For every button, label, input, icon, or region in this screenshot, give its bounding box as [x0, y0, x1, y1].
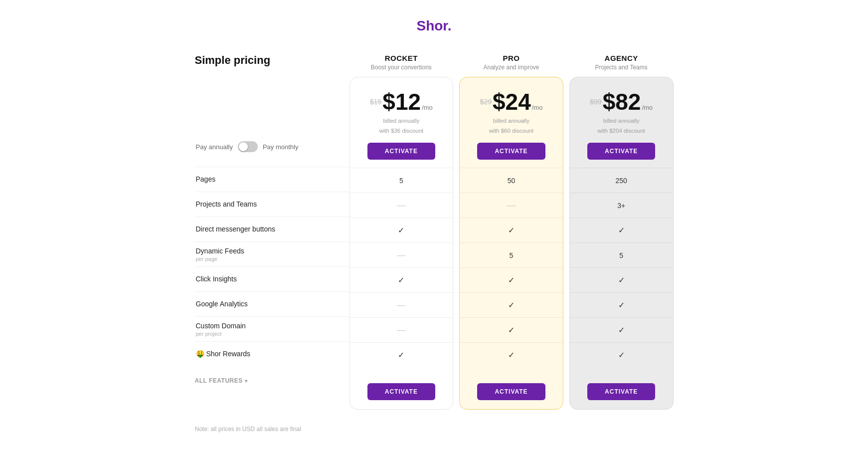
feature-cell-rocket-6: —	[350, 317, 453, 342]
per-mo-rocket: /mo	[422, 104, 433, 111]
feature-label-row-7: 🤑 Shor Rewards	[195, 341, 349, 366]
check-icon: ✓	[508, 275, 515, 285]
toggle-area: Pay annually Pay monthly	[195, 77, 349, 167]
check-icon: ✓	[398, 275, 404, 285]
feature-labels: PagesProjects and TeamsDirect messenger …	[195, 167, 349, 366]
activate-bottom-button-rocket[interactable]: ACTIVATE	[367, 383, 436, 400]
billed-info-agency: billed annually with $204 discount	[579, 116, 664, 136]
new-price-agency: $82	[603, 90, 641, 113]
check-icon: ✓	[508, 226, 515, 235]
feature-label-row-5: Google Analytics	[195, 291, 349, 316]
feature-cell-pro-5: ✓	[460, 292, 563, 317]
app-title: Shor.	[416, 18, 451, 34]
agency-features: 2503+✓5✓✓✓✓	[570, 168, 673, 367]
feature-label-6: Custom Domainper project	[196, 321, 246, 336]
all-features-button[interactable]: ALL FEATURES ▾	[195, 377, 248, 384]
feature-cell-pro-7: ✓	[460, 342, 563, 367]
plan-top-agency: $99 $82 /mo billed annually with $204 di…	[570, 77, 673, 168]
plan-columns: $15 $12 /mo billed annually with $36 dis…	[349, 77, 674, 410]
activate-button-pro[interactable]: ACTIVATE	[477, 143, 545, 160]
plan-name-pro: PRO	[459, 54, 563, 62]
feature-label-row-0: Pages	[195, 167, 349, 192]
check-icon: ✓	[508, 350, 515, 360]
feature-cell-agency-4: ✓	[570, 267, 673, 292]
empty-cell: —	[507, 200, 516, 211]
pay-monthly-label: Pay monthly	[263, 143, 299, 151]
plan-column-rocket: $15 $12 /mo billed annually with $36 dis…	[349, 77, 454, 410]
check-icon: ✓	[618, 275, 625, 285]
plan-bottom-rocket: ACTIVATE	[350, 367, 453, 409]
activate-bottom-button-pro[interactable]: ACTIVATE	[477, 383, 545, 400]
empty-cell: —	[397, 200, 406, 211]
feature-cell-rocket-7: ✓	[350, 342, 453, 367]
check-icon: ✓	[618, 300, 625, 310]
activate-bottom-button-agency[interactable]: ACTIVATE	[587, 383, 656, 400]
plan-column-agency: $99 $82 /mo billed annually with $204 di…	[569, 77, 674, 410]
old-price-pro: $29	[480, 98, 492, 106]
feature-labels-col: Pay annually Pay monthly PagesProjects a…	[195, 77, 349, 410]
billed-line1-rocket: billed annually	[383, 118, 419, 124]
all-features-section: ALL FEATURES ▾	[195, 375, 349, 384]
check-icon: ✓	[398, 350, 404, 360]
feature-cell-pro-6: ✓	[460, 317, 563, 342]
feature-cell-agency-1: 3+	[570, 193, 673, 218]
feature-cell-pro-3: 5	[460, 242, 563, 267]
feature-cell-agency-7: ✓	[570, 342, 673, 367]
activate-button-agency[interactable]: ACTIVATE	[587, 143, 656, 160]
plan-tagline-agency: Projects and Teams	[569, 64, 674, 71]
simple-pricing-label: Simple pricing	[195, 54, 349, 77]
price-block-rocket: $15 $12 /mo	[359, 90, 444, 113]
feature-cell-pro-1: —	[460, 193, 563, 218]
feature-cell-pro-0: 50	[460, 168, 563, 193]
billed-line2-rocket: with $36 discount	[379, 128, 423, 134]
billed-info-pro: billed annually with $60 discount	[469, 116, 554, 136]
check-icon: ✓	[508, 325, 515, 335]
feature-cell-pro-4: ✓	[460, 267, 563, 292]
feature-cell-agency-0: 250	[570, 168, 673, 193]
price-block-pro: $29 $24 /mo	[469, 90, 554, 113]
pricing-page: Simple pricing ROCKET Boost your convert…	[195, 54, 674, 448]
check-icon: ✓	[618, 325, 625, 335]
rocket-features: 5—✓—✓——✓	[350, 168, 453, 367]
feature-cell-rocket-1: —	[350, 193, 453, 218]
plan-bottom-agency: ACTIVATE	[570, 367, 673, 409]
per-mo-agency: /mo	[642, 104, 653, 111]
feature-cell-agency-6: ✓	[570, 317, 673, 342]
feature-cell-agency-3: 5	[570, 242, 673, 267]
price-block-agency: $99 $82 /mo	[579, 90, 664, 113]
feature-cell-rocket-2: ✓	[350, 218, 453, 242]
billed-line1-agency: billed annually	[603, 118, 640, 124]
plan-header-pro: PRO Analyze and improve	[459, 54, 563, 77]
plan-header-cols: ROCKET Boost your convertions PRO Analyz…	[349, 54, 674, 77]
plan-bottom-pro: ACTIVATE	[460, 367, 563, 409]
shor-emoji-icon: 🤑	[196, 350, 204, 358]
old-price-agency: $99	[590, 98, 601, 106]
plan-top-pro: $29 $24 /mo billed annually with $60 dis…	[460, 77, 563, 168]
feature-cell-rocket-0: 5	[350, 168, 453, 193]
plan-column-pro: $29 $24 /mo billed annually with $60 dis…	[459, 77, 563, 410]
feature-label-3: Dynamic Feedsper page	[196, 246, 244, 261]
new-price-rocket: $12	[382, 90, 421, 113]
plan-header-agency: AGENCY Projects and Teams	[569, 54, 674, 77]
feature-cell-agency-2: ✓	[570, 218, 673, 242]
feature-label-5: Google Analytics	[196, 299, 248, 308]
feature-cell-pro-2: ✓	[460, 218, 563, 242]
feature-label-row-1: Projects and Teams	[195, 192, 349, 217]
empty-cell: —	[397, 300, 406, 310]
billed-line2-pro: with $60 discount	[489, 128, 533, 134]
activate-button-rocket[interactable]: ACTIVATE	[367, 143, 436, 160]
billing-toggle[interactable]	[238, 141, 258, 152]
check-icon: ✓	[508, 300, 515, 310]
note-text: Note: all prices in USD all sales are fi…	[195, 426, 301, 433]
plan-tagline-rocket: Boost your convertions	[349, 64, 454, 71]
plan-name-agency: AGENCY	[569, 54, 674, 62]
pay-annually-label: Pay annually	[196, 143, 233, 151]
feature-cell-rocket-4: ✓	[350, 267, 453, 292]
toggle-knob	[239, 142, 248, 151]
chevron-down-icon: ▾	[245, 378, 248, 384]
per-mo-pro: /mo	[532, 104, 543, 111]
billed-line2-agency: with $204 discount	[598, 128, 645, 134]
plan-headers: Simple pricing ROCKET Boost your convert…	[195, 54, 674, 77]
billed-info-rocket: billed annually with $36 discount	[359, 116, 444, 136]
plan-header-rocket: ROCKET Boost your convertions	[349, 54, 454, 77]
